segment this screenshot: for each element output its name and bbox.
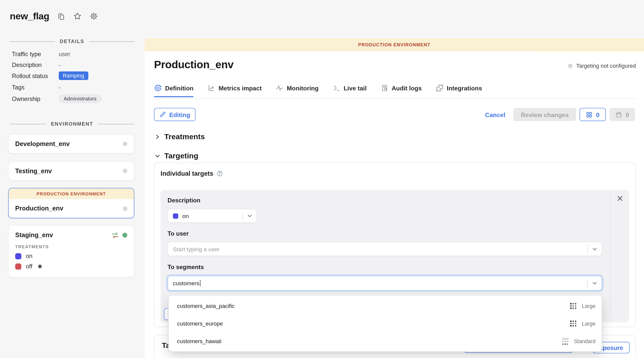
monitoring-icon <box>276 84 283 92</box>
to-segments-label: To segments <box>168 264 204 270</box>
targeting-status: Targeting not configured <box>568 63 636 69</box>
detail-row-rollout-status: Rollout status Ramping <box>12 71 135 80</box>
tab-monitoring[interactable]: Monitoring <box>276 84 318 97</box>
details-heading: DETAILS <box>60 39 84 44</box>
segment-name: customers_asia_pacific <box>177 303 235 309</box>
changes-count-button[interactable]: 0 <box>579 108 606 121</box>
individual-targets-header: Individual targets <box>160 170 223 177</box>
environment-divider: ENVIRONMENT <box>10 121 134 127</box>
scheduled-count-button[interactable]: 0 <box>609 108 635 121</box>
segment-name: customers_hawaii <box>177 338 221 344</box>
audit-logs-icon <box>380 84 388 92</box>
tab-monitoring-label: Monitoring <box>287 85 318 92</box>
metrics-impact-icon <box>207 84 215 92</box>
treatment-off-label: off <box>26 263 33 270</box>
cancel-button[interactable]: Cancel <box>485 111 505 118</box>
copy-icon[interactable] <box>57 12 66 20</box>
segment-size-label: Large <box>582 303 595 309</box>
tags-label: Tags <box>12 84 59 91</box>
tab-live-tail[interactable]: Live tail <box>333 84 367 97</box>
tab-audit-logs[interactable]: Audit logs <box>380 84 422 97</box>
definition-icon <box>154 84 162 92</box>
env-card-staging[interactable]: Staging_env TREATMENTS on off ✱ <box>8 225 134 277</box>
tab-metrics-impact[interactable]: Metrics impact <box>207 84 262 97</box>
treatment-row-off: off ✱ <box>9 259 134 270</box>
to-user-label: To user <box>168 230 189 237</box>
env-status-dot-gray <box>123 141 127 146</box>
treatments-heading: TREATMENTS <box>9 239 134 249</box>
segment-size-icon <box>570 303 576 309</box>
env-name-testing: Testing_env <box>15 167 52 174</box>
to-segments-input[interactable]: customers <box>168 276 602 291</box>
env-status-dot-gray <box>123 169 127 173</box>
env-status-dot-green <box>122 233 127 238</box>
tab-definition-label: Definition <box>165 85 194 92</box>
details-divider: DETAILS <box>10 39 134 44</box>
star-icon[interactable] <box>73 12 82 20</box>
treatment-row-on: on <box>9 249 134 259</box>
production-environment-banner-main: PRODUCTION ENVIRONMENT <box>145 38 644 51</box>
segment-size-icon <box>562 338 568 345</box>
tab-definition[interactable]: Definition <box>154 84 194 97</box>
ownership-label: Ownership <box>12 95 59 102</box>
review-changes-button[interactable]: Review changes <box>513 108 576 121</box>
rollout-status-label: Rollout status <box>12 73 59 79</box>
chevron-down-icon <box>155 153 160 159</box>
detail-row-tags: Tags - <box>12 84 135 91</box>
segment-option[interactable]: customers_europe Large <box>169 315 602 332</box>
env-name-development: Development_env <box>15 140 70 148</box>
ownership-chip[interactable]: Administrators <box>59 94 101 103</box>
treatment-select[interactable]: on <box>168 209 257 223</box>
gear-icon[interactable] <box>89 12 98 20</box>
environment-heading: ENVIRONMENT <box>51 121 93 127</box>
env-status-dot-gray <box>123 206 127 211</box>
targeting-section-label: Targeting <box>164 152 198 161</box>
detail-row-description: Description - <box>12 62 135 68</box>
segments-dropdown: customers_asia_pacific Large customers_e… <box>168 295 602 352</box>
close-icon[interactable] <box>617 195 623 322</box>
traffic-type-label: Traffic type <box>12 51 59 57</box>
status-dot-gray <box>568 64 573 68</box>
targeting-section-header[interactable]: Targeting <box>155 152 199 161</box>
chevron-down-icon <box>243 213 256 219</box>
detail-row-ownership: Ownership Administrators <box>12 94 135 103</box>
tab-live-tail-label: Live tail <box>344 85 367 92</box>
rollout-status-badge: Ramping <box>59 71 88 80</box>
card-side-column <box>610 190 629 322</box>
scheduled-count: 0 <box>626 111 629 118</box>
tab-integrations[interactable]: Integrations <box>436 84 482 97</box>
detail-row-traffic-type: Traffic type user <box>12 51 135 57</box>
description-field-label: Description <box>168 197 200 203</box>
tab-audit-logs-label: Audit logs <box>392 85 422 92</box>
app-root: new_flag DETAILS Traffic type user Descr… <box>0 0 644 358</box>
flag-name: new_flag <box>10 11 49 22</box>
traffic-type-value: user <box>59 51 70 57</box>
toolbar-right: Cancel Review changes 0 0 <box>485 108 635 121</box>
segment-option[interactable]: customers_asia_pacific Large <box>169 297 602 315</box>
treatments-section-label: Treatments <box>164 132 205 141</box>
help-icon[interactable] <box>217 170 223 177</box>
treatment-on-label: on <box>26 253 33 259</box>
env-card-development[interactable]: Development_env <box>8 134 134 154</box>
to-user-input[interactable]: Start typing a user <box>168 242 602 256</box>
calendar-icon <box>615 111 622 118</box>
treatment-color-swatch <box>173 213 178 219</box>
to-segments-value: customers <box>173 280 199 287</box>
live-tail-icon <box>333 84 340 92</box>
text-caret <box>200 280 200 287</box>
treatment-off-swatch <box>15 263 21 269</box>
tab-metrics-impact-label: Metrics impact <box>218 85 262 92</box>
segment-size-label: Standard <box>574 338 596 344</box>
editing-button[interactable]: Editing <box>154 108 196 121</box>
chevron-down-icon <box>588 246 602 252</box>
individual-targets-heading: Individual targets <box>160 170 213 177</box>
treatments-section-header[interactable]: Treatments <box>155 132 205 141</box>
segment-option[interactable]: customers_hawaii Standard <box>169 332 602 350</box>
env-card-testing[interactable]: Testing_env <box>8 161 134 181</box>
env-card-production[interactable]: PRODUCTION ENVIRONMENT Production_env <box>8 188 134 219</box>
chevron-right-icon <box>155 134 160 139</box>
targeting-status-text: Targeting not configured <box>576 63 636 69</box>
flag-header: new_flag <box>10 11 98 22</box>
changes-count: 0 <box>596 111 600 118</box>
integrations-icon <box>436 84 443 92</box>
